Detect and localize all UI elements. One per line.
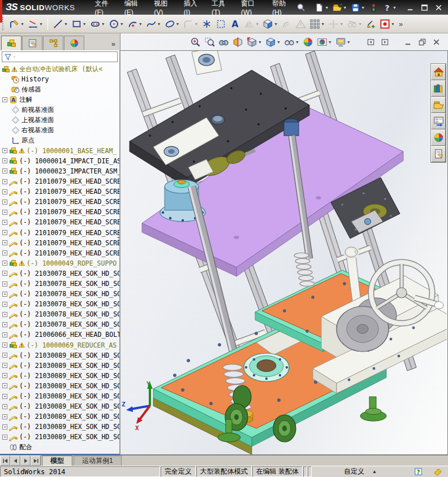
display-style-button[interactable]: ▼ xyxy=(264,36,282,49)
spline-button[interactable]: ▼ xyxy=(144,18,163,31)
dropdown-arrow-icon[interactable]: ▼ xyxy=(120,22,124,26)
rectangle-button[interactable]: ▼ xyxy=(70,18,88,31)
no-external-refs-button[interactable]: ▼ xyxy=(378,18,397,31)
win-restore-button[interactable] xyxy=(416,37,428,47)
dropdown-arrow-icon[interactable]: ▼ xyxy=(258,40,262,44)
new-document-button[interactable]: ▼ xyxy=(313,2,330,14)
manager-tabs-chevron[interactable]: » xyxy=(111,40,119,50)
view-settings-button[interactable]: ▼ xyxy=(334,36,352,49)
win-close-button[interactable] xyxy=(432,2,445,12)
hide-show-items-button[interactable]: ▼ xyxy=(282,36,301,49)
overflow-chevron[interactable]: » xyxy=(397,20,405,28)
dropdown-arrow-icon[interactable]: ▼ xyxy=(391,22,395,26)
display-relations-button[interactable]: ▼ xyxy=(345,18,364,31)
custom-properties-tab[interactable] xyxy=(431,146,446,162)
status-custom-menu[interactable]: 自定义 ▲ xyxy=(312,466,408,477)
expand-icon[interactable]: + xyxy=(2,414,7,419)
dropdown-arrow-icon[interactable]: ▼ xyxy=(157,22,161,26)
expand-icon[interactable]: + xyxy=(2,158,7,163)
tab-featuremanager[interactable] xyxy=(1,36,21,50)
tree-item[interactable]: +(-) 10000069_REDUCER_AS xyxy=(0,340,119,350)
slot-button[interactable]: ▼ xyxy=(88,18,107,31)
circle-button[interactable]: ▼ xyxy=(107,18,126,31)
tree-item[interactable]: +(-) 10000014_IMPACT_DIE_AS xyxy=(0,156,119,166)
nav-prev-button[interactable] xyxy=(10,456,20,466)
tree-item[interactable]: 全自动冲击试验机床 (默认< xyxy=(0,64,119,74)
tree-item[interactable]: History xyxy=(0,74,119,84)
save-button[interactable]: ▼ xyxy=(349,2,367,14)
tree-item[interactable]: +(-) 21010079_HEX_HEAD_SCRE xyxy=(0,248,119,258)
toolbar-grip[interactable] xyxy=(2,17,5,31)
tree-item[interactable]: +(-) 21030089_HEX_SOK_HD_SC xyxy=(0,381,119,391)
panel-splitter[interactable]: ◂◂◂ xyxy=(117,236,120,244)
expand-icon[interactable]: + xyxy=(2,97,7,102)
tree-item[interactable]: +(-) 21010079_HEX_HEAD_SCRE xyxy=(0,207,119,217)
open-folder-button[interactable]: ▼ xyxy=(331,2,348,14)
win-close-button[interactable] xyxy=(430,37,442,47)
tree-item[interactable]: +(-) 21030089_HEX_SOK_HD_SC xyxy=(0,361,119,371)
dropdown-arrow-icon[interactable]: ▼ xyxy=(393,6,397,10)
file-explorer-tab[interactable] xyxy=(431,97,446,113)
pane-right-button[interactable] xyxy=(379,37,391,47)
view-orientation-button[interactable]: ▼ xyxy=(245,36,264,49)
sketch-warning-button[interactable] xyxy=(294,18,308,31)
expand-icon[interactable]: + xyxy=(2,404,7,409)
expand-icon[interactable]: + xyxy=(2,281,7,287)
rebuild-lights-button[interactable] xyxy=(367,2,380,14)
dropdown-arrow-icon[interactable]: ▼ xyxy=(295,40,299,44)
win-minimize-button[interactable] xyxy=(402,37,414,47)
view-palette-tab[interactable] xyxy=(431,113,446,129)
linear-pattern-button[interactable]: ▼ xyxy=(308,18,326,31)
dropdown-arrow-icon[interactable]: ▼ xyxy=(347,40,351,44)
home-tab[interactable] xyxy=(431,64,446,80)
expand-icon[interactable]: + xyxy=(2,342,7,348)
nav-last-button[interactable] xyxy=(31,456,41,466)
tree-item[interactable]: +(-) 21030089_HEX_SOK_HD_SC xyxy=(0,432,119,442)
expand-icon[interactable]: + xyxy=(2,292,7,297)
section-view-button[interactable] xyxy=(231,36,245,49)
expand-icon[interactable]: + xyxy=(2,210,7,215)
nav-first-button[interactable] xyxy=(0,456,10,466)
filter-dropdown-arrow[interactable]: ▼ xyxy=(12,55,16,59)
tree-item[interactable]: +(-) 21030089_HEX_SOK_HD_SC xyxy=(0,350,119,361)
select-box-button[interactable] xyxy=(214,18,228,31)
tree-item[interactable]: +(-) 21030078_HEX_SOK_HD_SC xyxy=(0,309,119,319)
expand-icon[interactable]: + xyxy=(2,312,7,317)
dropdown-arrow-icon[interactable]: ▼ xyxy=(255,22,259,26)
fillet-button[interactable]: ▼ xyxy=(181,18,200,31)
tab-model[interactable]: 模型 xyxy=(42,456,72,466)
tab-configurationmanager[interactable] xyxy=(43,36,63,50)
dropdown-arrow-icon[interactable]: ▼ xyxy=(274,22,278,26)
dropdown-arrow-icon[interactable]: ▼ xyxy=(20,22,24,26)
tree-item[interactable]: +(-) 21010079_HEX_HEAD_SCRE xyxy=(0,217,119,227)
tab-displaymanager[interactable] xyxy=(64,36,84,50)
expand-icon[interactable]: + xyxy=(2,230,7,235)
text-tool-button[interactable]: A xyxy=(228,18,242,31)
tree-item[interactable]: +(-) 21030078_HEX_SOK_HD_SC xyxy=(0,299,119,309)
expand-icon[interactable]: + xyxy=(2,220,7,225)
dropdown-arrow-icon[interactable]: ▼ xyxy=(277,40,281,44)
expand-icon[interactable]: + xyxy=(2,240,7,245)
dropdown-arrow-icon[interactable]: ▼ xyxy=(176,22,180,26)
tree-item[interactable]: +(-) 21030089_HEX_SOK_HD_SC xyxy=(0,411,119,422)
dropdown-arrow-icon[interactable]: ▼ xyxy=(358,22,362,26)
win-minimize-button[interactable] xyxy=(404,2,416,12)
tree-item[interactable]: 上视基准面 xyxy=(0,115,119,125)
tree-item[interactable]: 右视基准面 xyxy=(0,125,119,136)
ellipse-button[interactable]: ▼ xyxy=(163,18,182,31)
tree-item[interactable]: +(-) 21030089_HEX_SOK_HD_SC xyxy=(0,401,119,411)
tree-item[interactable]: +(-) 10000023_IMPACTER_ASM_ xyxy=(0,166,119,176)
expand-icon[interactable]: + xyxy=(2,373,7,378)
dropdown-arrow-icon[interactable]: ▼ xyxy=(64,22,68,26)
expand-icon[interactable]: + xyxy=(2,271,7,276)
apply-scene-button[interactable]: ▼ xyxy=(315,36,334,49)
expand-icon[interactable]: + xyxy=(2,148,7,153)
help-button[interactable]: ?▼ xyxy=(381,2,398,14)
expand-icon[interactable]: + xyxy=(2,353,7,358)
design-library-tab[interactable] xyxy=(431,80,446,97)
tree-item[interactable]: +(-) 21010079_HEX_HEAD_SCRE xyxy=(0,197,119,207)
tree-item[interactable]: +(-) 10000049_ROPE_SUPPO xyxy=(0,258,119,268)
line-button[interactable]: ▼ xyxy=(51,18,70,31)
nav-next-button[interactable] xyxy=(20,456,31,466)
tree-item[interactable]: +(-) 21010079_HEX_HEAD_SCRE xyxy=(0,228,119,238)
